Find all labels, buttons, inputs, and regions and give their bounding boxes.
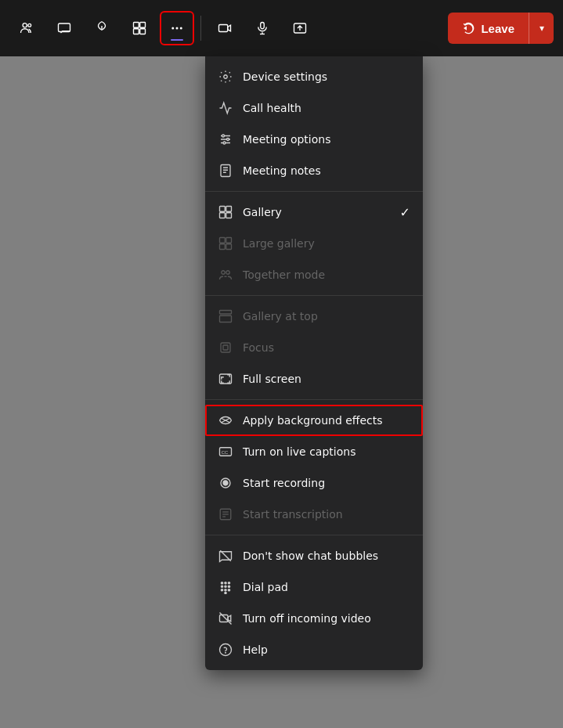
transcription-icon — [218, 506, 233, 522]
gallery-top-icon — [218, 308, 233, 324]
notes-icon — [218, 163, 233, 178]
captions-icon: CC — [218, 444, 233, 460]
view-button[interactable] — [122, 11, 157, 45]
svg-point-57 — [225, 586, 226, 587]
svg-point-66 — [226, 652, 226, 653]
menu-item-gallery-at-top: Gallery at top — [205, 301, 423, 332]
svg-point-36 — [226, 271, 230, 275]
menu-item-call-health[interactable]: Call health — [205, 92, 423, 124]
menu-item-start-transcription: Start transcription — [205, 499, 423, 530]
large-gallery-icon — [218, 236, 233, 251]
menu-section-more: Don't show chat bubbles Dial pad — [205, 535, 423, 670]
menu-item-device-settings[interactable]: Device settings — [205, 61, 423, 92]
menu-item-dont-show-chat[interactable]: Don't show chat bubbles — [205, 540, 423, 571]
gear-icon — [218, 69, 233, 85]
leave-button-group: Leave ▾ — [448, 13, 554, 44]
svg-point-62 — [225, 592, 226, 593]
menu-item-live-captions[interactable]: CC Turn on live captions — [205, 436, 423, 467]
svg-rect-38 — [220, 315, 232, 322]
help-label: Help — [243, 643, 268, 656]
chat-button[interactable] — [47, 11, 81, 45]
svg-rect-29 — [220, 213, 226, 218]
menu-section-gallery: Gallery ✓ Large gallery — [205, 192, 423, 296]
svg-point-60 — [225, 589, 226, 591]
start-recording-label: Start recording — [243, 477, 325, 489]
fullscreen-icon — [218, 371, 233, 387]
mic-button[interactable] — [245, 11, 280, 45]
gallery-check: ✓ — [400, 205, 410, 220]
svg-point-1 — [28, 23, 31, 27]
svg-point-58 — [228, 586, 229, 587]
svg-point-59 — [221, 589, 222, 591]
call-health-label: Call health — [243, 102, 301, 114]
camera-button[interactable] — [208, 11, 242, 45]
dial-pad-label: Dial pad — [243, 581, 288, 593]
reactions-button[interactable] — [85, 11, 119, 45]
dialpad-icon — [218, 579, 233, 595]
gallery-at-top-label: Gallery at top — [243, 310, 318, 323]
svg-rect-32 — [226, 238, 232, 243]
svg-point-10 — [180, 27, 182, 30]
svg-rect-40 — [223, 345, 228, 350]
svg-rect-11 — [219, 25, 228, 32]
svg-point-22 — [223, 142, 226, 144]
people-button[interactable] — [9, 11, 44, 45]
svg-rect-39 — [221, 343, 230, 352]
leave-chevron-button[interactable]: ▾ — [529, 13, 554, 44]
svg-point-65 — [220, 644, 232, 656]
share-button[interactable] — [283, 11, 317, 45]
no-video-icon — [218, 611, 233, 626]
activity-icon — [218, 100, 233, 116]
more-button[interactable] — [160, 11, 194, 45]
menu-section-layout: Gallery at top Focus Full s — [205, 296, 423, 400]
large-gallery-label: Large gallery — [243, 237, 315, 250]
no-chat-icon — [218, 548, 233, 564]
menu-section-media: Apply background effects CC Turn on live… — [205, 400, 423, 535]
full-screen-label: Full screen — [243, 373, 301, 385]
svg-rect-34 — [226, 244, 232, 250]
focus-icon — [218, 340, 233, 355]
leave-button[interactable]: Leave — [448, 13, 529, 44]
background-icon — [218, 413, 233, 428]
svg-point-9 — [176, 27, 179, 30]
svg-rect-12 — [261, 23, 265, 29]
toolbar: Leave ▾ — [0, 0, 563, 56]
help-icon — [218, 642, 233, 658]
menu-item-meeting-options[interactable]: Meeting options — [205, 124, 423, 155]
menu-item-apply-background[interactable]: Apply background effects — [205, 405, 423, 436]
svg-point-8 — [171, 27, 174, 30]
menu-item-full-screen[interactable]: Full screen — [205, 363, 423, 395]
svg-point-20 — [222, 135, 225, 137]
toolbar-divider — [200, 16, 201, 41]
gallery-icon — [218, 204, 233, 220]
svg-rect-23 — [221, 165, 230, 177]
sliders-icon — [218, 132, 233, 147]
svg-point-56 — [221, 586, 222, 587]
svg-point-55 — [228, 582, 229, 584]
meeting-options-label: Meeting options — [243, 133, 330, 146]
together-mode-label: Together mode — [243, 268, 325, 281]
svg-point-47 — [223, 481, 228, 485]
turn-off-video-label: Turn off incoming video — [243, 612, 371, 625]
svg-point-0 — [23, 23, 27, 27]
svg-rect-31 — [220, 238, 226, 243]
svg-point-16 — [224, 75, 228, 79]
menu-item-dial-pad[interactable]: Dial pad — [205, 571, 423, 603]
svg-rect-28 — [226, 207, 232, 212]
svg-point-21 — [227, 139, 229, 141]
leave-label: Leave — [481, 22, 514, 35]
svg-line-64 — [220, 613, 232, 625]
svg-point-54 — [225, 582, 226, 584]
svg-rect-33 — [220, 244, 226, 250]
live-captions-label: Turn on live captions — [243, 445, 355, 458]
svg-rect-7 — [140, 29, 146, 34]
svg-text:CC: CC — [222, 450, 229, 455]
menu-item-help[interactable]: Help — [205, 634, 423, 665]
menu-item-turn-off-video[interactable]: Turn off incoming video — [205, 603, 423, 634]
menu-item-gallery[interactable]: Gallery ✓ — [205, 196, 423, 228]
svg-rect-6 — [134, 29, 139, 34]
menu-item-meeting-notes[interactable]: Meeting notes — [205, 155, 423, 186]
svg-point-61 — [228, 589, 229, 591]
menu-item-large-gallery: Large gallery — [205, 228, 423, 259]
menu-item-start-recording[interactable]: Start recording — [205, 467, 423, 499]
